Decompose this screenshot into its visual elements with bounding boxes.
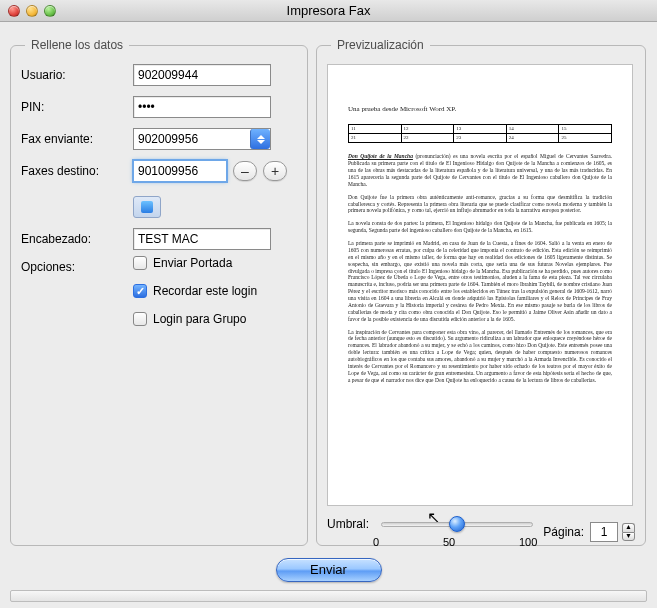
remember-login-label: Recordar este login (153, 284, 257, 298)
remove-dest-button[interactable]: – (233, 161, 257, 181)
send-cover-label: Enviar Portada (153, 256, 232, 270)
sending-fax-value: 902009956 (134, 132, 250, 146)
address-book-icon (141, 201, 153, 213)
send-button[interactable]: Enviar (276, 558, 382, 582)
user-label: Usuario: (21, 68, 133, 82)
preview-table: 11 12 13 14 15 21 22 23 24 25 (348, 124, 612, 144)
status-bar (10, 590, 647, 602)
group-login-checkbox[interactable]: Login para Grupo (133, 310, 297, 328)
page-number-input[interactable] (590, 522, 618, 542)
window-titlebar: Impresora Fax (0, 0, 657, 22)
page-step-down[interactable]: ▼ (622, 532, 635, 541)
threshold-label: Umbral: (327, 517, 369, 531)
header-input[interactable] (133, 228, 271, 250)
header-label: Encabezado: (21, 232, 133, 246)
window-title: Impresora Fax (0, 3, 657, 18)
preview-para-3: La novela consta de dos partes: la prime… (348, 220, 612, 234)
preview-page: Una prueba desde Microsoft Word XP. 11 1… (327, 64, 633, 506)
tick-0: 0 (373, 536, 379, 548)
slider-knob-icon (449, 516, 465, 532)
sending-fax-select[interactable]: 902009956 (133, 128, 271, 150)
tick-50: 50 (443, 536, 455, 548)
remember-login-checkbox[interactable]: Recordar este login (133, 282, 297, 300)
add-dest-button[interactable]: + (263, 161, 287, 181)
form-group-legend: Rellene los datos (25, 38, 129, 52)
sending-fax-label: Fax enviante: (21, 132, 133, 146)
threshold-slider[interactable]: ↖ (381, 516, 533, 532)
send-cover-checkbox[interactable]: Enviar Portada (133, 254, 297, 272)
address-book-button[interactable] (133, 196, 161, 218)
preview-group: Previzualización Una prueba desde Micros… (316, 38, 646, 546)
dropdown-arrows-icon (250, 129, 270, 149)
user-input[interactable] (133, 64, 271, 86)
pin-label: PIN: (21, 100, 133, 114)
pin-input[interactable] (133, 96, 271, 118)
tick-100: 100 (519, 536, 537, 548)
form-group: Rellene los datos Usuario: PIN: Fax envi… (10, 38, 308, 546)
group-login-label: Login para Grupo (153, 312, 246, 326)
preview-para-1: Don Quijote de la Mancha (pronunciación)… (348, 153, 612, 187)
options-label: Opciones: (21, 260, 133, 274)
dest-faxes-label: Faxes destino: (21, 164, 133, 178)
page-label: Página: (543, 525, 584, 539)
dest-fax-input[interactable] (133, 160, 227, 182)
preview-para-2: Don Quijote fue la primera obra auténtic… (348, 194, 612, 215)
preview-group-legend: Previzualización (331, 38, 430, 52)
page-step-up[interactable]: ▲ (622, 523, 635, 532)
preview-para-5: La inspiración de Cervantes para compone… (348, 329, 612, 384)
preview-heading: Una prueba desde Microsoft Word XP. (348, 105, 612, 114)
preview-para-4: La primera parte se imprimió en Madrid, … (348, 240, 612, 323)
